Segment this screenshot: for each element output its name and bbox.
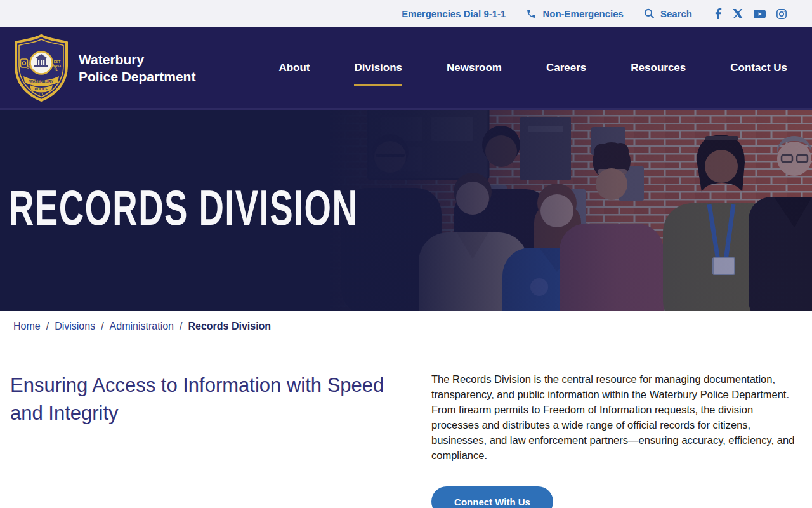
nav-divisions[interactable]: Divisions [354,62,402,74]
emergency-dial-label: Emergencies Dial 9-1-1 [402,8,506,19]
hero-top-strip [0,108,812,110]
site-title[interactable]: Waterbury Police Department [79,51,195,85]
site-header: QUID AERE PERENNIUS EST 1853 WATERBURY P… [0,27,812,108]
breadcrumb: Home / Divisions / Administration / Reco… [0,311,812,332]
breadcrumb-separator: / [101,321,103,332]
breadcrumb-separator: / [180,321,182,332]
non-emergencies-link[interactable]: Non-Emergencies [526,8,624,19]
badge-banner-city: WATERBURY [29,79,53,83]
badge-banner-police: POLICE [35,86,48,90]
hero-banner: RECORDS DIVISION [0,108,812,311]
section-heading: Ensuring Access to Information with Spee… [10,371,391,427]
utility-bar: Emergencies Dial 9-1-1 Non-Emergencies S… [0,0,812,27]
search-icon [644,8,655,19]
youtube-icon[interactable] [754,10,766,18]
connect-with-us-button[interactable]: Connect With Us [431,486,553,508]
nav-careers[interactable]: Careers [546,62,586,74]
main-nav: About Divisions Newsroom Careers Resourc… [278,62,787,74]
nav-newsroom[interactable]: Newsroom [447,62,502,74]
non-emergencies-label: Non-Emergencies [542,8,624,19]
page-title: RECORDS DIVISION [9,179,358,237]
x-twitter-icon[interactable] [733,9,743,18]
breadcrumb-current: Records Division [188,321,271,332]
emergency-dial-text: Emergencies Dial 9-1-1 [402,8,506,19]
search-label: Search [660,8,692,19]
phone-icon [526,8,537,19]
svg-text:1853: 1853 [53,64,61,67]
nav-contact-us[interactable]: Contact Us [730,62,787,74]
facebook-icon[interactable] [715,8,722,19]
nav-about[interactable]: About [278,62,310,74]
instagram-icon[interactable] [776,9,787,19]
police-badge-logo[interactable]: QUID AERE PERENNIUS EST 1853 WATERBURY P… [13,34,70,102]
badge-banner-ct: CT. [39,92,44,96]
social-links [715,8,787,19]
breadcrumb-administration[interactable]: Administration [110,321,174,332]
intro-section: Ensuring Access to Information with Spee… [0,371,812,508]
search-button[interactable]: Search [644,8,692,19]
breadcrumb-home[interactable]: Home [13,321,41,332]
breadcrumb-separator: / [46,321,49,332]
badge-est: EST [54,60,61,64]
nav-resources[interactable]: Resources [631,62,686,74]
section-paragraph: The Records Division is the central reso… [431,371,801,463]
site-title-line1: Waterbury [79,51,195,68]
site-title-line2: Police Department [79,68,195,85]
breadcrumb-divisions[interactable]: Divisions [55,321,95,332]
